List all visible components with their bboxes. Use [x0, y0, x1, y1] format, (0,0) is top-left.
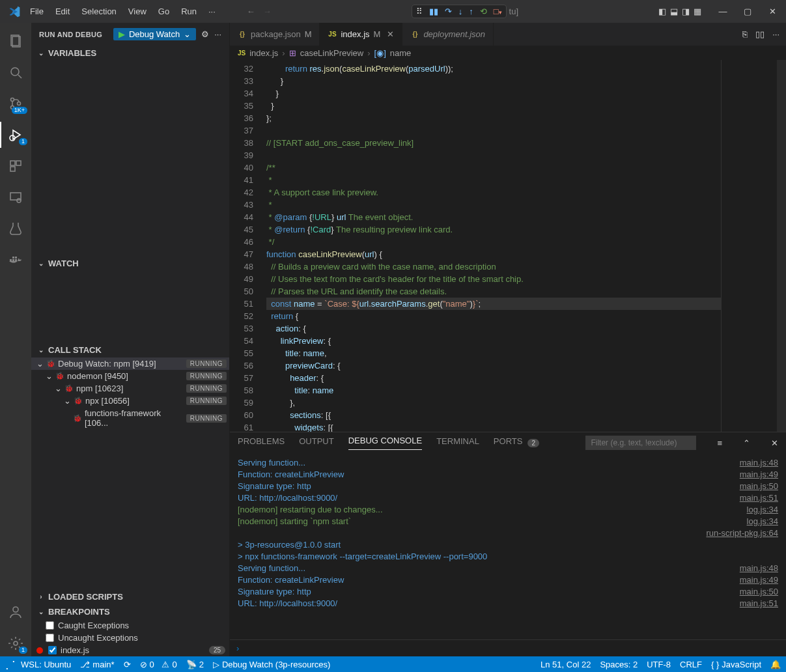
section-loaded[interactable]: ›LOADED SCRIPTS	[31, 589, 229, 604]
source-link[interactable]: log.js:34	[737, 504, 778, 516]
debug-config-select[interactable]: ▶ Debug Watch ⌄	[113, 28, 196, 40]
code-line-50[interactable]: // Parses the URL and identify the case …	[266, 285, 721, 298]
more-tabs-icon[interactable]: ···	[772, 29, 779, 39]
code-line-54[interactable]: linkPreview: {	[266, 335, 721, 347]
code-line-51[interactable]: const name = `Case: ${url.searchParams.g…	[266, 298, 721, 310]
callstack-row[interactable]: ⌄🐞nodemon [9450]RUNNING	[31, 370, 229, 382]
drag-handle-icon[interactable]: ⠿	[416, 7, 423, 16]
tab-deployment.json[interactable]: {}deployment.json	[402, 23, 494, 46]
code-line-39[interactable]	[266, 149, 721, 161]
bp-uncaught[interactable]: Uncaught Exceptions	[31, 632, 229, 644]
panel-tab-ports[interactable]: PORTS	[494, 436, 523, 450]
callstack-row[interactable]: ⌄🐞Debug Watch: npm [9419]RUNNING	[31, 357, 229, 370]
code-line-37[interactable]	[266, 124, 721, 137]
menu-view[interactable]: View	[123, 4, 152, 19]
step-into-icon[interactable]: ↓	[458, 7, 463, 16]
close-panel-icon[interactable]: ✕	[771, 438, 778, 448]
code-line-47[interactable]: function caseLinkPreview(url) {	[266, 248, 721, 260]
code-line-36[interactable]: };	[266, 112, 721, 124]
minimap[interactable]	[721, 60, 786, 432]
section-variables[interactable]: ⌄VARIABLES	[31, 46, 229, 61]
callstack-row[interactable]: ⌄🐞npm [10623]RUNNING	[31, 382, 229, 395]
section-breakpoints[interactable]: ⌄BREAKPOINTS	[31, 604, 229, 619]
code-line-35[interactable]: }	[266, 100, 721, 112]
code-line-57[interactable]: header: {	[266, 372, 721, 384]
panel-tab-output[interactable]: OUTPUT	[299, 436, 333, 450]
collapse-icon[interactable]: ⌃	[743, 438, 750, 448]
compare-icon[interactable]: ⎘	[742, 29, 748, 39]
code-editor[interactable]: 3233343536373839404142434445464748495051…	[230, 60, 786, 432]
source-link[interactable]: main.js:48	[729, 457, 778, 469]
activity-explorer[interactable]	[0, 28, 31, 54]
filter-settings-icon[interactable]: ≡	[717, 438, 722, 448]
code-line-61[interactable]: widgets: [{	[266, 421, 721, 432]
source-link[interactable]: main.js:48	[729, 563, 778, 574]
step-over-icon[interactable]: ↷	[445, 7, 452, 16]
code-line-34[interactable]: }	[266, 87, 721, 100]
gear-icon[interactable]: ⚙	[201, 29, 209, 39]
debug-repl[interactable]: ›	[230, 639, 786, 656]
panel-tab-debug-console[interactable]: DEBUG CONSOLE	[348, 436, 422, 450]
activity-extensions[interactable]	[0, 153, 31, 179]
debug-console-output[interactable]: Serving function...main.js:48Function: c…	[230, 453, 786, 639]
stop-icon[interactable]: □▾	[494, 7, 502, 16]
bp-uncaught-check[interactable]	[46, 634, 54, 642]
nav-back[interactable]: ←	[247, 7, 255, 16]
source-link[interactable]: run-script-pkg.js:64	[695, 527, 778, 539]
restart-icon[interactable]: ⟲	[480, 7, 487, 16]
scrollbar[interactable]	[777, 60, 786, 432]
status-lncol[interactable]: Ln 51, Col 22	[540, 660, 591, 669]
activity-debug[interactable]: 1	[0, 122, 31, 148]
code-line-59[interactable]: },	[266, 397, 721, 409]
activity-testing[interactable]	[0, 216, 31, 242]
bp-file[interactable]: index.js25	[31, 644, 229, 656]
activity-scm[interactable]: 1K+	[0, 91, 31, 117]
activity-docker[interactable]	[0, 247, 31, 273]
activity-search[interactable]	[0, 59, 31, 85]
source-link[interactable]: main.js:51	[729, 492, 778, 504]
filter-input[interactable]	[585, 436, 696, 450]
activity-remote[interactable]	[0, 184, 31, 210]
pause-icon[interactable]: ▮▮	[429, 7, 438, 16]
nav-fwd[interactable]: →	[263, 7, 272, 16]
code-line-33[interactable]: }	[266, 75, 721, 87]
activity-settings[interactable]: 1	[0, 630, 31, 656]
split-icon[interactable]: ▯▯	[755, 29, 765, 39]
menu-selection[interactable]: Selection	[76, 4, 121, 19]
more-icon[interactable]: ···	[214, 29, 221, 39]
panel-tab-problems[interactable]: PROBLEMS	[238, 436, 285, 450]
section-callstack[interactable]: ⌄CALL STACK	[31, 343, 229, 357]
code-line-60[interactable]: sections: [{	[266, 409, 721, 421]
source-link[interactable]: main.js:51	[729, 598, 778, 609]
source-link[interactable]: main.js:50	[729, 481, 778, 492]
code-line-45[interactable]: * @return {!Card} The resulting preview …	[266, 223, 721, 236]
code-line-55[interactable]: title: name,	[266, 347, 721, 359]
bp-file-check[interactable]	[48, 646, 57, 654]
code-line-46[interactable]: */	[266, 236, 721, 248]
status-remote[interactable]: ⡀⠁WSL: Ubuntu	[5, 660, 71, 669]
code-line-43[interactable]: *	[266, 199, 721, 211]
callstack-row[interactable]: ⌄🐞npx [10656]RUNNING	[31, 395, 229, 407]
source-link[interactable]: log.js:34	[737, 516, 778, 527]
callstack-row[interactable]: 🐞functions-framework [106...RUNNING	[31, 407, 229, 429]
status-spaces[interactable]: Spaces: 2	[600, 660, 638, 669]
source-link[interactable]: main.js:50	[729, 586, 778, 598]
tab-index.js[interactable]: JSindex.jsM✕	[320, 23, 402, 46]
window-max[interactable]: ▢	[738, 7, 757, 16]
code-line-44[interactable]: * @param {!URL} url The event object.	[266, 211, 721, 223]
code-line-56[interactable]: previewCard: {	[266, 359, 721, 372]
menu-run[interactable]: Run	[176, 4, 202, 19]
menu-go[interactable]: Go	[153, 4, 175, 19]
panel-tab-terminal[interactable]: TERMINAL	[436, 436, 479, 450]
code-line-48[interactable]: // Builds a preview card with the case n…	[266, 260, 721, 273]
status-bell[interactable]: 🔔	[770, 660, 781, 669]
menu-···[interactable]: ···	[203, 4, 221, 19]
status-problems[interactable]: ⊘0 ⚠0	[140, 660, 177, 669]
step-out-icon[interactable]: ↑	[469, 7, 473, 16]
layout-bottom-icon[interactable]: ⬓	[670, 7, 678, 16]
bp-caught[interactable]: Caught Exceptions	[31, 619, 229, 632]
code-line-40[interactable]: /**	[266, 161, 721, 174]
status-eol[interactable]: CRLF	[680, 660, 702, 669]
code-line-49[interactable]: // Uses the text from the card's header …	[266, 273, 721, 285]
window-close[interactable]: ✕	[763, 7, 782, 16]
